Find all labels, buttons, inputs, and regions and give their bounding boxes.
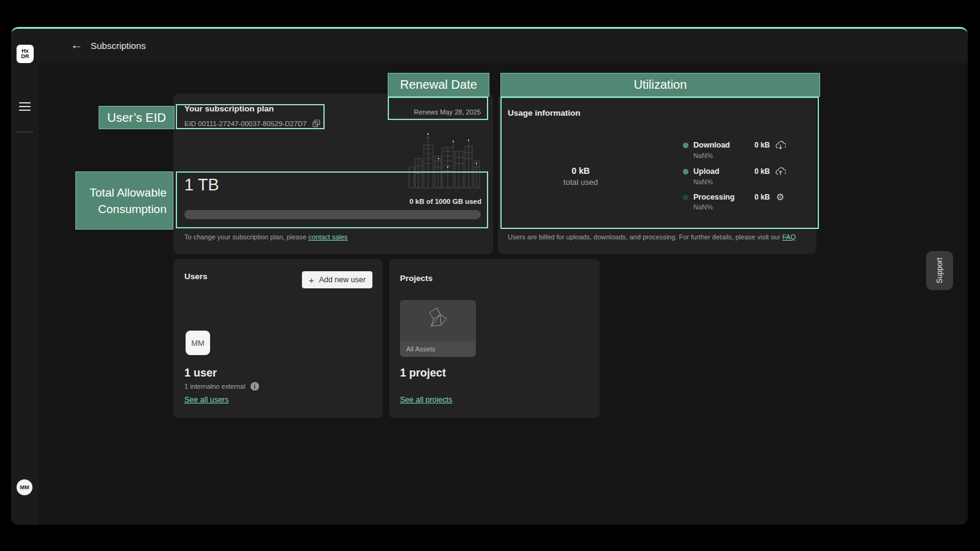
- subscription-footer-text: To change your subscription plan, please: [184, 233, 308, 241]
- annotation-label-renewal-date: Renewal Date: [388, 73, 489, 97]
- annotation-box-utilization: [500, 97, 819, 229]
- see-all-projects-link[interactable]: See all projects: [400, 395, 452, 404]
- add-new-user-label: Add new user: [319, 276, 366, 284]
- user-breakdown: 1 internalno external i: [184, 382, 259, 391]
- hxdr-logo-icon[interactable]: Hx DR: [17, 45, 34, 63]
- member-avatar[interactable]: MM: [186, 331, 210, 355]
- page-title: Subscriptions: [91, 40, 146, 51]
- support-tab-label: Support: [935, 258, 944, 283]
- annotation-box-total-allowable-consumption: [176, 171, 488, 228]
- user-avatar[interactable]: MM: [17, 479, 32, 495]
- project-count: 1 project: [400, 367, 446, 380]
- menu-hamburger-icon[interactable]: [19, 102, 31, 111]
- plus-icon: +: [309, 275, 314, 285]
- see-all-users-link[interactable]: See all users: [184, 395, 228, 404]
- faq-link[interactable]: FAQ: [782, 233, 796, 241]
- back-arrow-icon[interactable]: ←: [70, 38, 83, 52]
- annotation-label-total-allowable-consumption: Total Allowable Consumption: [75, 171, 173, 230]
- projects-card-title: Projects: [400, 274, 432, 283]
- support-tab[interactable]: Support: [926, 251, 953, 290]
- users-card-title: Users: [184, 272, 208, 281]
- thumbnail-label: All Assets: [400, 341, 476, 357]
- info-icon[interactable]: i: [251, 382, 259, 391]
- projects-card: Projects All Assets 1 project See all pr…: [389, 259, 600, 418]
- wireframe-shape-icon: [400, 305, 476, 333]
- app-window: ← Subscriptions Hx DR MM Your subscripti…: [11, 27, 968, 525]
- annotation-box-renewal-date: [388, 97, 488, 120]
- user-count: 1 user: [184, 367, 217, 380]
- add-new-user-button[interactable]: + Add new user: [302, 271, 372, 288]
- all-assets-thumbnail[interactable]: All Assets: [400, 300, 476, 357]
- users-card: Users + Add new user MM 1 user 1 interna…: [173, 259, 383, 418]
- annotation-label-users-eid: User’s EID: [99, 106, 175, 129]
- utilization-footer-text: Users are billed for uploads, downloads,…: [508, 233, 782, 241]
- user-breakdown-text: 1 internalno external: [184, 383, 246, 390]
- annotation-label-utilization: Utilization: [500, 73, 820, 97]
- utilization-footer: Users are billed for uploads, downloads,…: [508, 233, 820, 241]
- contact-sales-link[interactable]: contact sales: [308, 233, 347, 241]
- annotation-box-users-eid: [176, 104, 325, 129]
- logo-line2: DR: [21, 54, 29, 60]
- sidebar-divider: [17, 132, 33, 132]
- topbar: ← Subscriptions: [39, 29, 968, 63]
- sidebar: Hx DR MM: [11, 29, 39, 525]
- subscription-footer: To change your subscription plan, please…: [184, 233, 348, 241]
